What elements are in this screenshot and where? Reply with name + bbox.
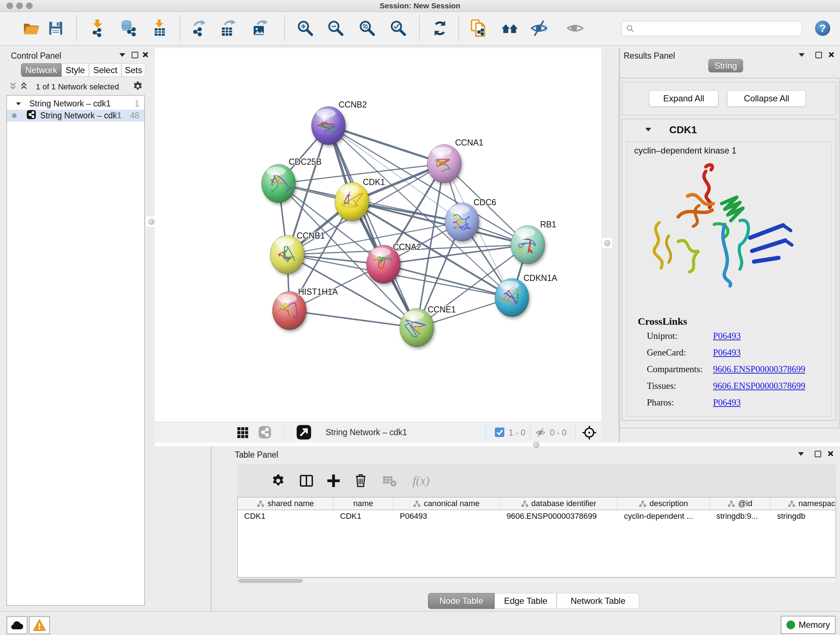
hidden-eye-slash-icon[interactable]	[535, 428, 546, 439]
network-edge[interactable]	[352, 202, 528, 245]
import-database-icon[interactable]	[119, 19, 138, 38]
network-node-cdc25b[interactable]	[262, 165, 295, 203]
collapse-all-button[interactable]: Collapse All	[727, 90, 806, 107]
network-edge[interactable]	[289, 310, 417, 328]
cdk1-collapse-icon[interactable]	[645, 128, 651, 131]
crosslink-link[interactable]: P06493	[713, 397, 741, 408]
tab-node-table[interactable]: Node Table	[428, 593, 494, 609]
network-collection-row[interactable]: String Network – cdk1 1	[7, 98, 144, 110]
network-node-cdc6[interactable]	[445, 203, 479, 241]
column-header-id[interactable]: @id	[710, 497, 771, 510]
birdseye-navigator-icon[interactable]	[582, 425, 597, 442]
open-in-window-icon[interactable]	[297, 425, 311, 441]
function-builder-icon: f(x)	[407, 472, 436, 489]
column-header-canonical-name[interactable]: canonical name	[393, 497, 500, 510]
network-view-title: String Network – cdk1	[325, 428, 407, 437]
search-input[interactable]	[638, 24, 802, 34]
panel-float-icon[interactable]	[132, 52, 138, 58]
import-network-icon[interactable]	[88, 19, 107, 38]
table-splitter[interactable]	[155, 442, 840, 447]
show-columns-icon[interactable]	[298, 472, 315, 489]
column-header-shared-name[interactable]: shared name	[238, 497, 333, 510]
refresh-icon[interactable]	[431, 19, 449, 38]
scrollbar-thumb[interactable]	[238, 579, 303, 583]
save-icon[interactable]	[46, 19, 65, 38]
table-horizontal-scrollbar[interactable]	[237, 578, 836, 584]
panel-float-icon[interactable]	[815, 52, 822, 58]
network-row[interactable]: String Network – cdk1 11 48	[7, 110, 144, 122]
network-node-ccna1[interactable]	[427, 144, 461, 183]
node-gloss	[316, 109, 336, 118]
memory-button[interactable]: Memory	[781, 616, 836, 634]
column-header-namespace[interactable]: namespace	[771, 497, 836, 510]
tree-expand-icon[interactable]	[16, 103, 21, 105]
cell-description[interactable]: cyclin-dependent ...	[617, 510, 710, 523]
network-options-gear-icon[interactable]	[133, 81, 143, 93]
network-node-cdkn1a[interactable]	[495, 279, 529, 317]
add-column-icon[interactable]	[325, 472, 342, 489]
import-table-icon[interactable]	[150, 19, 169, 38]
clone-network-icon[interactable]	[469, 19, 488, 38]
panel-float-icon[interactable]	[815, 451, 821, 457]
column-header-name[interactable]: name	[333, 497, 393, 510]
selected-checkbox-icon[interactable]	[495, 428, 504, 439]
cell-namespace[interactable]: stringdb	[771, 510, 836, 523]
right-splitter-handle[interactable]	[601, 237, 613, 249]
delete-column-icon[interactable]	[352, 472, 369, 489]
crosslink-link[interactable]: 9606.ENSP00000378699	[713, 364, 805, 374]
help-icon[interactable]: ?	[813, 19, 832, 38]
cloud-button[interactable]	[6, 616, 27, 634]
tab-network[interactable]: Network	[21, 63, 62, 77]
panel-menu-icon[interactable]	[798, 452, 804, 456]
tab-select[interactable]: Select	[89, 63, 122, 77]
cell-canonical-name[interactable]: P06493	[393, 510, 500, 523]
hide-selected-icon[interactable]	[530, 19, 548, 38]
zoom-selected-icon[interactable]	[389, 19, 408, 38]
network-node-ccnb2[interactable]	[311, 106, 346, 145]
home-icon[interactable]	[501, 19, 519, 38]
tab-edge-table[interactable]: Edge Table	[494, 593, 557, 609]
table-row[interactable]: CDK1 CDK1 P06493 9606.ENSP00000378699 cy…	[238, 510, 836, 523]
tab-sets[interactable]: Sets	[122, 63, 145, 77]
network-canvas[interactable]: CCNB2CCNA1CDC25BCDK1CDC6RB1CCNB1CCNA2CDK…	[155, 48, 601, 422]
network-node-cdk1[interactable]	[335, 182, 369, 221]
grid-view-icon[interactable]	[237, 427, 248, 440]
tab-string[interactable]: String	[708, 59, 743, 73]
zoom-fit-icon[interactable]	[358, 19, 377, 38]
zoom-in-icon[interactable]	[296, 19, 315, 38]
show-eye-icon[interactable]	[566, 19, 584, 38]
cell-shared-name[interactable]: CDK1	[238, 510, 333, 523]
network-node-ccnb1[interactable]	[270, 235, 304, 274]
network-edge[interactable]	[328, 126, 444, 164]
results-splitter-gutter[interactable]	[601, 48, 620, 442]
panel-close-icon[interactable]	[828, 51, 834, 58]
column-header-database-identifier[interactable]: database identifier	[500, 497, 617, 510]
network-badge-icon[interactable]	[259, 426, 271, 440]
panel-menu-icon[interactable]	[119, 53, 125, 57]
export-network-icon[interactable]	[189, 19, 208, 38]
open-icon[interactable]	[22, 19, 41, 38]
cell-database-identifier[interactable]: 9606.ENSP00000378699	[500, 510, 617, 523]
panel-menu-icon[interactable]	[799, 53, 805, 57]
cell-name[interactable]: CDK1	[333, 510, 393, 523]
panel-close-icon[interactable]	[827, 450, 834, 457]
export-table-icon[interactable]	[219, 19, 238, 38]
expand-all-button[interactable]: Expand All	[649, 90, 718, 107]
tab-style[interactable]: Style	[62, 63, 89, 77]
crosslink-label: GeneCard:	[647, 348, 686, 358]
toolbar-separator	[419, 16, 420, 41]
network-edge[interactable]	[328, 126, 417, 328]
panel-close-icon[interactable]	[142, 51, 148, 58]
cell-id[interactable]: stringdb:9...	[710, 510, 771, 523]
network-node-hist1h1a[interactable]	[272, 291, 306, 330]
tab-network-table[interactable]: Network Table	[557, 593, 639, 609]
export-image-icon[interactable]	[251, 19, 270, 38]
network-node-rb1[interactable]	[511, 226, 545, 264]
crosslink-link[interactable]: P06493	[713, 348, 741, 358]
crosslink-link[interactable]: P06493	[713, 331, 741, 341]
column-header-description[interactable]: description	[617, 497, 710, 510]
crosslink-link[interactable]: 9606.ENSP00000378699	[713, 381, 805, 391]
table-gear-icon[interactable]	[270, 472, 286, 489]
zoom-out-icon[interactable]	[326, 19, 345, 38]
warnings-button[interactable]	[29, 616, 50, 634]
